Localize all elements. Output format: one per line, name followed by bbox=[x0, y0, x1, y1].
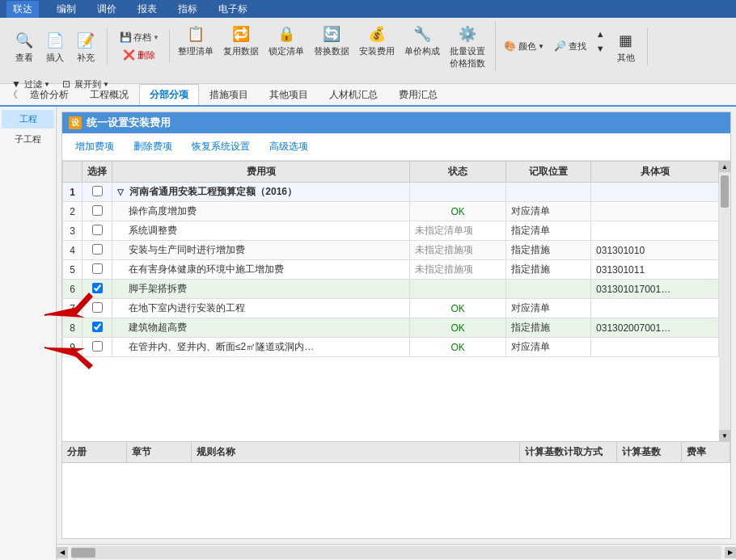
content-area: 设 统一设置安装费用 增加费项 删除费项 恢复系统设置 高级选项 选择 bbox=[57, 107, 736, 560]
unit-price-icon: 🔧 bbox=[411, 23, 434, 45]
reuse-icon: 🔁 bbox=[230, 23, 252, 45]
toolbar: 🔍 查看 📄 插入 📝 补充 💾 存档 ▼ ❌ 删除 📋 整理清单 🔁 bbox=[0, 18, 736, 84]
save-button[interactable]: 💾 存档 ▼ bbox=[116, 29, 163, 45]
sidebar-item-subproject[interactable]: 子工程 bbox=[2, 130, 54, 149]
detail-col-calc-base: 计算基数计取方式 bbox=[520, 442, 617, 462]
scroll-track[interactable] bbox=[719, 172, 730, 430]
find-icon: 🔎 bbox=[554, 40, 567, 53]
install-cost-button[interactable]: 💰 安装费用 bbox=[356, 21, 398, 71]
title-tabs: 编制 调价 报表 指标 电子标 bbox=[47, 1, 257, 18]
table-row: 7 在地下室内进行安装的工程 OK 对应清单 bbox=[63, 299, 719, 318]
table-section: 选择 费用项 状态 记取位置 具体项 1 bbox=[62, 161, 730, 441]
bottom-bar: ◀ ▶ bbox=[57, 544, 736, 560]
add-fee-item[interactable]: 增加费项 bbox=[72, 138, 117, 155]
tab-costs[interactable]: 费用汇总 bbox=[388, 84, 448, 105]
view-button[interactable]: 🔍 查看 bbox=[10, 27, 39, 65]
detail-header: 分册 章节 规则名称 计算基数计取方式 计算基数 费率 bbox=[62, 442, 730, 463]
tab-edit[interactable]: 编制 bbox=[47, 1, 86, 18]
sort-buttons: ▲ ▼ bbox=[593, 27, 608, 65]
checkbox-8[interactable] bbox=[92, 322, 103, 332]
checkbox-6[interactable] bbox=[92, 283, 103, 293]
insert-button[interactable]: 📄 插入 bbox=[40, 27, 70, 65]
delete-icon: ❌ bbox=[123, 48, 136, 61]
organize-button[interactable]: 📋 整理清单 bbox=[175, 21, 217, 71]
delete-button[interactable]: ❌ 删除 bbox=[120, 47, 159, 63]
scroll-down-button[interactable]: ▼ bbox=[719, 430, 730, 441]
scroll-thumb bbox=[721, 175, 729, 208]
install-cost-label: 安装费用 bbox=[359, 45, 395, 57]
scroll-up-button[interactable]: ▲ bbox=[719, 161, 730, 172]
fee-items-table: 选择 费用项 状态 记取位置 具体项 1 bbox=[62, 161, 719, 357]
detail-col-volume: 分册 bbox=[62, 442, 127, 462]
sidebar-item-project[interactable]: 工程 bbox=[2, 110, 54, 128]
title-bar: 联达 编制 调价 报表 指标 电子标 bbox=[0, 0, 736, 18]
dialog-title-bar: 设 统一设置安装费用 bbox=[62, 112, 730, 133]
advanced-options[interactable]: 高级选项 bbox=[266, 138, 311, 155]
scroll-right-button[interactable]: ▶ bbox=[725, 547, 736, 558]
view-label: 查看 bbox=[15, 52, 33, 64]
detail-panel: 分册 章节 规则名称 计算基数计取方式 计算基数 费率 bbox=[62, 441, 730, 538]
move-up-button[interactable]: ▲ bbox=[593, 27, 608, 40]
col-status: 状态 bbox=[410, 162, 505, 183]
col-fee-item: 费用项 bbox=[112, 162, 410, 183]
save-icon: 💾 bbox=[119, 31, 132, 44]
checkbox-4[interactable] bbox=[92, 244, 103, 255]
table-row: 6 脚手架搭拆费 031301017001… bbox=[63, 280, 719, 299]
tab-other-items[interactable]: 其他项目 bbox=[259, 84, 319, 105]
scroll-left-button[interactable]: ◀ bbox=[57, 547, 68, 558]
table-row: 1 ▽ 河南省通用安装工程预算定额（2016） bbox=[63, 183, 719, 202]
insert-label: 插入 bbox=[46, 52, 64, 64]
tab-section-items[interactable]: 分部分项 bbox=[139, 84, 199, 105]
checkbox-3[interactable] bbox=[92, 225, 103, 235]
checkbox-5[interactable] bbox=[92, 263, 103, 274]
brand-logo: 联达 bbox=[6, 1, 39, 18]
h-scroll-thumb bbox=[71, 548, 95, 558]
table-row: 2 操作高度增加费 OK 对应清单 bbox=[63, 202, 719, 221]
checkbox-9[interactable] bbox=[92, 341, 103, 352]
vertical-scrollbar[interactable]: ▲ ▼ bbox=[719, 161, 730, 441]
detail-col-chapter: 章节 bbox=[127, 442, 192, 462]
table-header-row: 选择 费用项 状态 记取位置 具体项 bbox=[63, 162, 719, 183]
horizontal-scrollbar[interactable] bbox=[71, 546, 721, 559]
batch-set-icon: ⚙️ bbox=[456, 23, 479, 45]
move-down-button[interactable]: ▼ bbox=[593, 42, 608, 55]
batch-set-label: 批量设置价格指数 bbox=[450, 45, 485, 69]
tab-measures[interactable]: 措施项目 bbox=[199, 84, 259, 105]
reuse-button[interactable]: 🔁 复用数据 bbox=[220, 21, 262, 71]
checkbox-1[interactable] bbox=[92, 186, 103, 196]
tab-project-overview[interactable]: 工程概况 bbox=[79, 84, 139, 105]
lock-button[interactable]: 🔒 锁定清单 bbox=[265, 21, 307, 71]
tab-price[interactable]: 调价 bbox=[87, 1, 126, 18]
delete-fee-item[interactable]: 删除费项 bbox=[130, 138, 176, 155]
batch-set-button[interactable]: ⚙️ 批量设置价格指数 bbox=[446, 21, 489, 71]
tab-index[interactable]: 指标 bbox=[168, 1, 207, 18]
find-button[interactable]: 🔎 查找 bbox=[551, 27, 590, 65]
checkbox-2[interactable] bbox=[92, 205, 103, 216]
expand-icon-1[interactable]: ▽ bbox=[117, 187, 124, 196]
supplement-button[interactable]: 📝 补充 bbox=[71, 27, 100, 65]
tab-ebid[interactable]: 电子标 bbox=[209, 1, 257, 18]
install-cost-icon: 💰 bbox=[366, 23, 388, 45]
tab-materials[interactable]: 人材机汇总 bbox=[319, 84, 388, 105]
checkbox-7[interactable] bbox=[92, 302, 103, 313]
color-button[interactable]: 🎨 颜色 ▼ bbox=[501, 27, 548, 65]
down-arrow-icon: ▼ bbox=[596, 44, 605, 53]
supplement-label: 补充 bbox=[77, 52, 95, 64]
collapse-button[interactable]: 《 bbox=[6, 85, 19, 105]
dialog-title: 统一设置安装费用 bbox=[87, 116, 171, 130]
main-layout: 工程 子工程 设 统一设置安装费用 增加费项 删除费项 恢复系统设置 高级选项 bbox=[0, 107, 736, 560]
tab-report[interactable]: 报表 bbox=[128, 1, 167, 18]
unit-price-button[interactable]: 🔧 单价构成 bbox=[401, 21, 443, 71]
data-table-wrapper[interactable]: 选择 费用项 状态 记取位置 具体项 1 bbox=[62, 161, 719, 441]
nav-tabs: 《 造价分析 工程概况 分部分项 措施项目 其他项目 人材机汇总 费用汇总 bbox=[0, 84, 736, 107]
restore-settings[interactable]: 恢复系统设置 bbox=[188, 138, 253, 155]
color-icon: 🎨 bbox=[504, 40, 517, 53]
delete-label: 删除 bbox=[137, 49, 155, 61]
view-icon: 🔍 bbox=[13, 29, 36, 52]
table-row: 4 安装与生产同时进行增加费 未指定措施项 指定措施 031301010 bbox=[63, 241, 719, 260]
replace-button[interactable]: 🔄 替换数据 bbox=[311, 21, 353, 71]
sidebar: 工程 子工程 bbox=[0, 107, 57, 560]
tab-cost-analysis[interactable]: 造价分析 bbox=[19, 84, 79, 105]
other-button[interactable]: ▦ 其他 bbox=[611, 27, 641, 65]
col-detail: 具体项 bbox=[591, 162, 719, 183]
